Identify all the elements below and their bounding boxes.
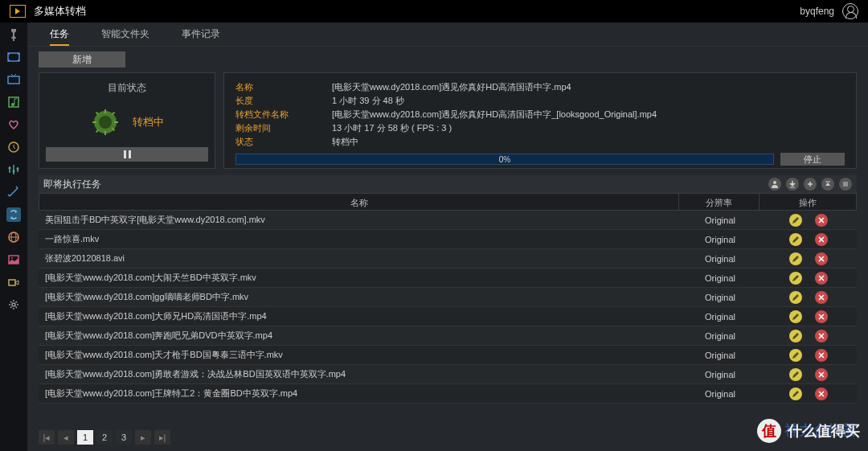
table-row[interactable]: [电影天堂www.dy2018.com]天才枪手BD国粤泰三语中字.mkvOri… xyxy=(39,346,857,365)
table-row[interactable]: [电影天堂www.dy2018.com]大师兄HD高清国语中字.mp4Origi… xyxy=(39,307,857,326)
delete-button[interactable] xyxy=(815,233,828,246)
detail-row: 剩余时间13 小时 17 分 58 秒 ( FPS : 3 ) xyxy=(235,122,845,136)
edit-button[interactable] xyxy=(789,387,802,400)
page-last-button[interactable]: ▸| xyxy=(154,430,170,445)
settings-icon[interactable] xyxy=(6,297,21,312)
table-row[interactable]: 张碧波20120818.aviOriginal xyxy=(39,249,857,269)
detail-value: 转档中 xyxy=(332,136,358,150)
queue-add-button[interactable] xyxy=(804,178,817,191)
pin-icon[interactable] xyxy=(6,27,21,42)
clock-icon[interactable] xyxy=(6,140,21,154)
cell-name: [电影天堂www.dy2018.com]大师兄HD高清国语中字.mp4 xyxy=(39,310,680,322)
pause-button[interactable] xyxy=(46,147,208,162)
top-bar: 多媒体转档 byqfeng xyxy=(0,0,868,23)
table-row[interactable]: [电影天堂www.dy2018.com]大闹天竺BD中英双字.mkvOrigin… xyxy=(39,269,857,288)
tab-event-log[interactable]: 事件记录 xyxy=(182,27,220,46)
status-panel-title: 目前状态 xyxy=(39,73,215,100)
table-row[interactable]: [电影天堂www.dy2018.com]gg嘀嘀老师BD中字.mkvOrigin… xyxy=(39,288,857,307)
watermark-text: 什么值得买 xyxy=(788,421,860,441)
delete-button[interactable] xyxy=(815,349,828,362)
delete-button[interactable] xyxy=(815,368,828,381)
edit-button[interactable] xyxy=(789,291,802,304)
cell-operation xyxy=(760,233,857,246)
svg-rect-24 xyxy=(104,131,106,135)
page-number-button[interactable]: 3 xyxy=(116,430,132,445)
page-next-button[interactable]: ▸ xyxy=(135,430,151,445)
table-body: 美国狙击手BD中英双字[电影天堂www.dy2018.com].mkvOrigi… xyxy=(39,211,857,424)
edit-button[interactable] xyxy=(789,349,802,362)
detail-value: 1 小时 39 分 48 秒 xyxy=(332,95,404,109)
cell-resolution: Original xyxy=(680,312,760,322)
delete-button[interactable] xyxy=(815,252,828,265)
delete-button[interactable] xyxy=(815,272,828,285)
globe-icon[interactable] xyxy=(6,230,21,244)
table-row[interactable]: [电影天堂www.dy2018.com]王牌特工2：黄金圈BD中英双字.mp4O… xyxy=(39,384,857,404)
film-icon[interactable] xyxy=(6,50,21,64)
edit-button[interactable] xyxy=(789,214,802,227)
page-number-button[interactable]: 2 xyxy=(96,430,113,445)
cell-name: [电影天堂www.dy2018.com]大闹天竺BD中英双字.mkv xyxy=(39,272,680,284)
svg-rect-25 xyxy=(92,121,96,123)
svg-point-31 xyxy=(773,181,776,184)
delete-button[interactable] xyxy=(815,310,828,323)
gear-spinner-icon xyxy=(91,108,120,137)
delete-button[interactable] xyxy=(815,330,828,342)
edit-button[interactable] xyxy=(789,330,802,342)
table-row[interactable]: 一路惊喜.mkvOriginal xyxy=(39,230,857,249)
edit-button[interactable] xyxy=(789,233,802,246)
recycle-icon[interactable] xyxy=(6,207,21,222)
cell-operation xyxy=(760,214,857,227)
cell-name: 美国狙击手BD中英双字[电影天堂www.dy2018.com].mkv xyxy=(39,214,680,226)
svg-point-22 xyxy=(99,116,112,129)
svg-point-18 xyxy=(11,257,13,259)
left-sidebar xyxy=(0,23,27,451)
table-row[interactable]: [电影天堂www.dy2018.com]奔跑吧兄弟DVD中英双字.mp4Orig… xyxy=(39,326,857,346)
table-header: 名称 分辨率 操作 xyxy=(39,193,857,211)
edit-button[interactable] xyxy=(789,368,802,381)
tab-smart-folder[interactable]: 智能文件夹 xyxy=(101,27,149,46)
cell-resolution: Original xyxy=(680,215,760,225)
cell-operation xyxy=(760,252,857,265)
tv-icon[interactable] xyxy=(6,72,21,87)
equalizer-icon[interactable] xyxy=(6,162,21,177)
gallery-icon[interactable] xyxy=(6,252,21,267)
col-name: 名称 xyxy=(39,194,679,210)
svg-rect-2 xyxy=(18,53,19,55)
edit-button[interactable] xyxy=(789,272,802,285)
cell-operation xyxy=(760,310,857,323)
queue-download-button[interactable] xyxy=(786,178,799,191)
queue-user-button[interactable] xyxy=(768,178,781,191)
page-first-button[interactable]: |◂ xyxy=(39,430,55,445)
table-row[interactable]: [电影天堂www.dy2018.com]勇敢者游戏：决战丛林BD国英双语中英双字… xyxy=(39,365,857,384)
cell-operation xyxy=(760,349,857,362)
page-prev-button[interactable]: ◂ xyxy=(58,430,74,445)
cell-name: [电影天堂www.dy2018.com]王牌特工2：黄金圈BD中英双字.mp4 xyxy=(39,387,680,400)
delete-button[interactable] xyxy=(815,291,828,304)
delete-button[interactable] xyxy=(815,214,828,227)
music-lib-icon[interactable] xyxy=(6,95,21,109)
watermark-badge: 值 xyxy=(757,419,781,443)
queue-move-top-button[interactable] xyxy=(821,178,834,191)
page-number-button[interactable]: 1 xyxy=(77,430,93,445)
svg-rect-23 xyxy=(104,109,106,113)
heart-icon[interactable] xyxy=(6,117,21,132)
wand-icon[interactable] xyxy=(6,185,21,199)
edit-button[interactable] xyxy=(789,252,802,265)
table-row[interactable]: 美国狙击手BD中英双字[电影天堂www.dy2018.com].mkvOrigi… xyxy=(39,211,857,230)
queue-list-button[interactable] xyxy=(839,178,852,191)
cell-resolution: Original xyxy=(680,293,760,302)
new-button[interactable]: 新增 xyxy=(39,51,125,68)
edit-button[interactable] xyxy=(789,310,802,323)
detail-label: 状态 xyxy=(235,136,332,150)
col-operation: 操作 xyxy=(760,194,856,210)
cell-name: [电影天堂www.dy2018.com]奔跑吧兄弟DVD中英双字.mp4 xyxy=(39,330,680,342)
cell-resolution: Original xyxy=(680,331,760,341)
username-label[interactable]: byqfeng xyxy=(800,6,834,17)
svg-point-13 xyxy=(17,168,19,170)
delete-button[interactable] xyxy=(815,387,828,400)
stop-button[interactable]: 停止 xyxy=(780,153,845,166)
cell-resolution: Original xyxy=(680,235,760,244)
avatar-icon[interactable] xyxy=(842,3,858,19)
camera-icon[interactable] xyxy=(6,275,21,289)
tab-tasks[interactable]: 任务 xyxy=(50,27,69,46)
